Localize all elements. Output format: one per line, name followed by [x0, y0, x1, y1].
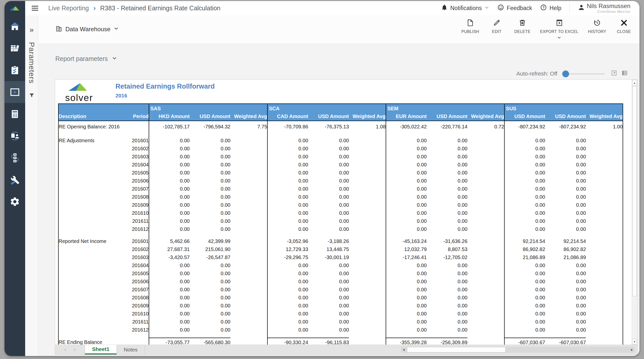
- sheet-tab-notes[interactable]: Notes: [117, 345, 145, 354]
- row-label: [58, 326, 124, 334]
- vertical-scroll-thumb[interactable]: [632, 86, 637, 296]
- value-cell: 0.00: [545, 177, 586, 185]
- admin-tools-icon: [10, 174, 20, 185]
- value-cell: [586, 217, 623, 225]
- report-parameters-toggle[interactable]: Report parameters: [55, 55, 117, 62]
- value-cell: [586, 193, 623, 201]
- value-cell: 0.00: [427, 193, 467, 201]
- period-cell: 201612: [124, 326, 149, 334]
- user-menu[interactable]: Nils Rasmussen CorpDemo Master: [578, 3, 630, 14]
- period-cell: 201605: [124, 169, 149, 177]
- sidebar-item-tasks[interactable]: [5, 59, 25, 81]
- scroll-down-button[interactable]: ▼: [632, 339, 637, 345]
- table-row: 2016070.000.000.000.000.000.000.000.00: [58, 185, 623, 193]
- edit-button[interactable]: EDIT: [489, 19, 505, 41]
- report-titles: Retained Earnings Rollforward 2016: [115, 83, 215, 99]
- sidebar-item-settings[interactable]: [5, 191, 25, 212]
- sidebar-item-home[interactable]: [5, 15, 25, 37]
- report-table: SASSCASEMSUSDescriptionPeriodHKD AmountU…: [58, 103, 623, 347]
- slider-knob[interactable]: [562, 70, 569, 77]
- value-cell: 0.00: [504, 302, 545, 310]
- next-sheet-button[interactable]: ›: [74, 346, 75, 353]
- warehouse-building-icon: [55, 25, 62, 33]
- table-row: RE Opening Balance: 2016-102,785.17-796,…: [58, 121, 623, 132]
- value-cell: [230, 277, 267, 285]
- vertical-scrollbar[interactable]: ▲ ▼: [632, 80, 637, 345]
- scroll-right-button[interactable]: ►: [629, 347, 635, 353]
- feedback-button[interactable]: Feedback: [497, 4, 532, 12]
- auto-refresh-slider[interactable]: [563, 73, 605, 75]
- notifications-button[interactable]: Notifications: [441, 4, 489, 12]
- sidebar-item-budgeting[interactable]: [5, 103, 25, 125]
- app-logo[interactable]: [5, 1, 25, 15]
- sidebar-item-reports[interactable]: [5, 81, 25, 103]
- value-cell: 0.00: [427, 185, 467, 193]
- export-to-excel-button[interactable]: XEXPORT TO EXCEL: [540, 19, 579, 41]
- filter-icon[interactable]: [28, 92, 35, 100]
- value-cell: 0.00: [386, 310, 427, 318]
- scroll-left-button[interactable]: ◄: [401, 347, 407, 353]
- sidebar-item-archive[interactable]: [5, 37, 25, 59]
- resize-report-icon[interactable]: [611, 70, 617, 78]
- value-cell: 0.00: [386, 201, 427, 209]
- svg-text:?: ?: [543, 6, 545, 9]
- value-cell: [349, 237, 386, 245]
- period-cell: 201611: [124, 318, 149, 326]
- value-cell: 0.00: [149, 209, 190, 217]
- value-cell: 0.00: [308, 153, 349, 161]
- table-cell: [58, 334, 149, 338]
- publish-icon: [466, 19, 474, 28]
- sidebar-item-assignments[interactable]: [5, 125, 25, 147]
- spacer-row: [58, 233, 623, 237]
- value-cell: 0.00: [149, 217, 190, 225]
- data-source-selector[interactable]: Data Warehouse: [55, 25, 119, 33]
- group-header-sus: SUS: [504, 104, 623, 112]
- value-cell: 0.00: [308, 209, 349, 217]
- splitter-handle-icon[interactable]: ⋮⋮: [393, 347, 399, 348]
- parameters-panel[interactable]: » Parameters: [25, 15, 38, 356]
- value-cell: 0.00: [190, 261, 230, 269]
- grid-view-icon[interactable]: [621, 70, 628, 78]
- sidebar-item-process[interactable]: [5, 147, 25, 169]
- value-cell: [467, 302, 504, 310]
- history-button[interactable]: HISTORY: [588, 19, 606, 41]
- value-cell: 0.00: [427, 302, 467, 310]
- help-button[interactable]: ? Help: [540, 4, 561, 12]
- column-header: USD Amount: [427, 112, 467, 121]
- publish-button[interactable]: PUBLISH: [461, 19, 479, 41]
- group-header-sem: SEM: [386, 104, 504, 112]
- menu-icon[interactable]: [32, 5, 38, 12]
- value-cell: [586, 169, 623, 177]
- breadcrumb-section[interactable]: Live Reporting: [48, 5, 89, 12]
- table-cell: [267, 334, 386, 338]
- value-cell: [230, 302, 267, 310]
- period-cell: 201606: [124, 277, 149, 285]
- value-cell: 0.00: [308, 225, 349, 233]
- delete-button[interactable]: DELETE: [514, 19, 531, 41]
- report-title: Retained Earnings Rollforward: [115, 83, 215, 90]
- value-cell: 0.00: [149, 310, 190, 318]
- prev-sheet-button[interactable]: ‹: [64, 346, 66, 353]
- table-cell: [386, 233, 504, 237]
- close-button[interactable]: CLOSE: [616, 19, 632, 41]
- value-cell: [230, 310, 267, 318]
- table-row: 2016100.000.000.000.000.000.000.000.00: [58, 310, 623, 318]
- row-label: [58, 277, 124, 285]
- value-cell: 0.00: [308, 318, 349, 326]
- horizontal-scrollbar[interactable]: ◄ ►: [401, 347, 635, 353]
- excel-icon: X: [555, 19, 563, 28]
- value-cell: 86,902.82: [545, 245, 586, 253]
- value-cell: 0.00: [267, 277, 308, 285]
- value-cell: 0.00: [190, 285, 230, 294]
- table-cell: [58, 132, 149, 136]
- sidebar-item-admin-tools[interactable]: [5, 169, 25, 191]
- column-header: HKD Amount: [149, 112, 190, 121]
- table-cell: [149, 233, 267, 237]
- table-cell: [386, 132, 504, 136]
- value-cell: 0.00: [427, 310, 467, 318]
- sheet-tab-sheet1[interactable]: Sheet1: [85, 345, 117, 354]
- scroll-up-button[interactable]: ▲: [632, 80, 637, 86]
- column-header: Weighted Avg: [230, 112, 267, 121]
- horizontal-scroll-thumb[interactable]: [407, 347, 506, 352]
- expand-panel-icon[interactable]: »: [29, 26, 34, 33]
